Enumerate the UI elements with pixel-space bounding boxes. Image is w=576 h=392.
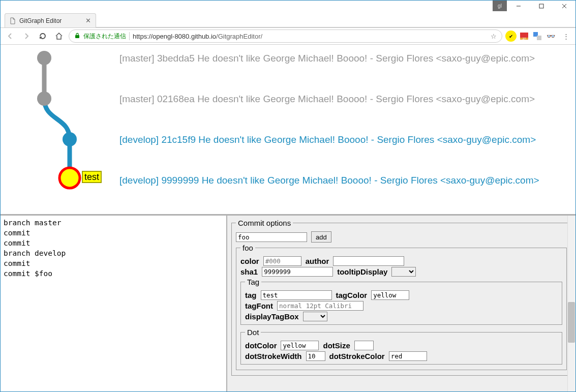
dotsize-label: dotSize [323, 341, 350, 350]
tab-spacer [96, 13, 575, 27]
dot-legend: Dot [245, 328, 261, 337]
tagfont-input[interactable] [277, 301, 363, 311]
browser-menu-icon[interactable]: ⋮ [559, 33, 572, 40]
add-button[interactable]: add [311, 231, 331, 243]
extension-icons: ✔ 27 👓 [505, 31, 556, 42]
dotcolor-label: dotColor [245, 341, 277, 350]
commit-message: [master] 02168ea He doesn't like George … [119, 94, 535, 105]
displaytagbox-label: displayTagBox [245, 312, 299, 321]
tab-title: GitGraph Editor [19, 17, 81, 24]
window-maximize[interactable] [530, 1, 553, 11]
color-label: color [240, 257, 259, 265]
scrollbar-track[interactable] [567, 216, 575, 392]
lock-icon [74, 33, 80, 40]
commit-options-legend: Commit options [236, 219, 293, 227]
separator [129, 32, 130, 40]
commit-options-fieldset: Commit options add foo color author sha1 [231, 219, 571, 376]
displaytagbox-select[interactable] [303, 312, 327, 321]
commit-message: [develop] 21c15f9 He doesn't like George… [119, 134, 536, 145]
dotstrokecolor-label: dotStrokeColor [329, 352, 385, 360]
tab-gitgraph-editor[interactable]: GitGraph Editor ✕ [5, 13, 96, 27]
color-input[interactable] [263, 256, 301, 266]
ext-glasses-icon[interactable]: 👓 [545, 31, 556, 42]
svg-point-12 [37, 51, 51, 65]
window-badge: gl [493, 1, 507, 11]
window-close[interactable] [553, 1, 575, 11]
page-content: [master] 3bedda5 He doesn't like George … [1, 45, 575, 392]
options-panel: Commit options add foo color author sha1 [227, 216, 575, 392]
author-label: author [306, 257, 329, 265]
commit-message: [master] 3bedda5 He doesn't like George … [119, 53, 535, 64]
sha1-input[interactable] [262, 267, 333, 277]
foo-group-fieldset: foo color author sha1 tooltipDisplay [236, 244, 567, 370]
svg-point-15 [59, 168, 80, 188]
dotsize-input[interactable] [354, 341, 374, 350]
tag-label: tag [245, 291, 257, 299]
tag-fieldset: Tag tag tagColor tagFont displayTa [240, 278, 562, 325]
window-minimize[interactable] [507, 1, 530, 11]
svg-rect-1 [539, 4, 543, 8]
dotstrokewidth-label: dotStrokeWidth [245, 352, 302, 360]
tab-strip: GitGraph Editor ✕ [1, 11, 575, 27]
forward-button[interactable] [20, 29, 33, 43]
commit-tag-badge: test [82, 171, 102, 183]
browser-toolbar: 保護された通信 https://opengl-8080.github.io/Gi… [1, 27, 575, 45]
dotstrokewidth-input[interactable] [306, 351, 325, 361]
ext-norton-icon[interactable]: ✔ [505, 31, 517, 42]
address-bar[interactable]: 保護された通信 https://opengl-8080.github.io/Gi… [69, 29, 502, 43]
bookmark-star-icon[interactable]: ☆ [491, 33, 497, 40]
dotcolor-input[interactable] [281, 341, 319, 350]
commit-message: [develop] 9999999 He doesn't like George… [119, 175, 539, 186]
tooltipdisplay-label: tooltipDisplay [337, 267, 387, 276]
author-input[interactable] [333, 256, 404, 266]
ext-translate-icon[interactable] [532, 31, 543, 42]
new-option-name-input[interactable] [236, 232, 307, 242]
reload-button[interactable] [36, 29, 49, 43]
dotstrokecolor-input[interactable] [389, 351, 427, 361]
tagfont-label: tagFont [245, 301, 273, 310]
tagcolor-input[interactable] [371, 290, 409, 300]
dot-fieldset: Dot dotColor dotSize dotStrokeWidth dotS… [240, 328, 562, 365]
secure-label: 保護された通信 [83, 32, 126, 41]
window-titlebar: gl [1, 1, 575, 11]
tab-close-icon[interactable]: ✕ [84, 17, 92, 24]
foo-group-legend: foo [240, 244, 255, 252]
tagcolor-label: tagColor [336, 291, 368, 299]
svg-rect-9 [537, 36, 541, 40]
page-icon [9, 17, 16, 24]
sha1-label: sha1 [240, 267, 258, 276]
graph-svg [1, 45, 565, 214]
dsl-editor[interactable]: branch master commit commit branch devel… [1, 216, 227, 392]
svg-text:27: 27 [523, 37, 526, 40]
svg-point-14 [63, 132, 77, 146]
git-graph-canvas: [master] 3bedda5 He doesn't like George … [1, 45, 575, 214]
back-button[interactable] [4, 29, 17, 43]
scrollbar-thumb[interactable] [568, 302, 575, 343]
home-button[interactable] [52, 29, 66, 43]
tag-input[interactable] [261, 290, 332, 300]
tag-legend: Tag [245, 278, 261, 286]
ext-flag-icon[interactable]: 27 [519, 31, 530, 42]
bottom-panel: branch master commit commit branch devel… [1, 214, 575, 392]
svg-rect-4 [75, 35, 79, 38]
tooltipdisplay-select[interactable] [391, 267, 416, 277]
svg-point-13 [37, 92, 51, 106]
url-text: https://opengl-8080.github.io/GitgraphEd… [133, 33, 262, 40]
